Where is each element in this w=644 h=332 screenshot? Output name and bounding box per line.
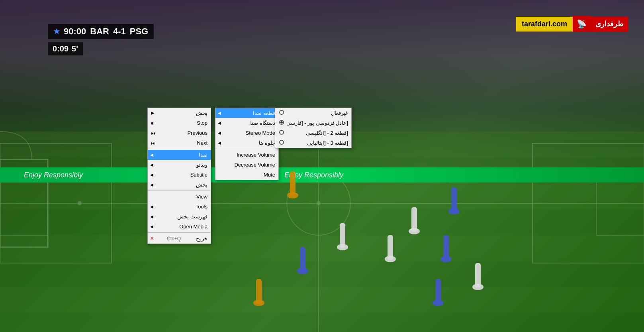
submenu-audio: ◀ قطعه صدا ◀ دستگاه صدا ◀ Stereo Mode ◀ …: [215, 108, 279, 180]
menu-item-playlist[interactable]: ◀ فهرست پخش: [148, 212, 211, 222]
bullet-english: [279, 130, 284, 135]
menu-item-subtitle[interactable]: ◀ Subtitle: [148, 170, 211, 180]
next-icon: ⏭: [151, 141, 155, 145]
italian-bullet: [278, 140, 284, 146]
enjoy-text: Enjoy Responsibly: [24, 171, 83, 179]
logo-broadcast-icon: 📡: [573, 16, 591, 32]
playlist-submenu-arrow: ◀: [150, 214, 153, 219]
enjoy-text-right: Enjoy Responsibly: [284, 171, 343, 179]
audio-track-arrow: ◀: [218, 111, 221, 115]
separator-2: [148, 191, 211, 191]
menu-item-tools[interactable]: ◀ Tools: [148, 202, 211, 212]
tools-label: Tools: [196, 204, 207, 210]
team1: BAR: [90, 26, 109, 37]
subtitle-label: Subtitle: [190, 172, 207, 178]
match-score: 4-1: [113, 26, 126, 37]
menu-item-open-media[interactable]: ◀ Open Media: [148, 222, 211, 232]
increase-vol-label: Increase Volume: [237, 152, 275, 158]
bullet-inactive: [279, 110, 284, 115]
audio-sep: [215, 149, 278, 149]
play-label: پخش: [196, 110, 207, 116]
stream-submenu-arrow: ◀: [150, 183, 153, 187]
menu-item-previous[interactable]: ⏮ Previous: [148, 128, 211, 138]
menu-item-audio[interactable]: ◀ صدا: [148, 150, 211, 160]
track-italian-label: [قطعه 3 - [ایتالیایی: [307, 140, 348, 146]
ucl-icon: ★: [53, 27, 60, 36]
play-icon: ▶: [151, 110, 154, 116]
svg-rect-3: [0, 235, 644, 261]
score-overlay: ★ 90:00 BAR 4-1 PSG 0:09 5': [48, 24, 154, 55]
next-label: Next: [197, 140, 207, 146]
separator-3: [148, 232, 211, 233]
context-menu: ▶ پخش ■ Stop ⏮ Previous ⏭ Next ◀ صدا ◀ و…: [147, 108, 211, 244]
track-item-inactive[interactable]: غیرفعال: [275, 108, 351, 118]
decrease-vol-label: Decrease Volume: [234, 162, 275, 168]
menu-item-stream[interactable]: ◀ پخش: [148, 180, 211, 190]
track-english-label: [قطعه 2 - [انگلیسی: [306, 130, 348, 136]
stereo-mode-label: Stereo Mode: [246, 130, 275, 136]
bullet-italian: [279, 140, 284, 145]
quit-icon: ✕: [150, 236, 154, 241]
menu-item-video[interactable]: ◀ ویدئو: [148, 160, 211, 170]
previous-label: Previous: [187, 130, 207, 136]
stereo-mode-arrow: ◀: [218, 131, 221, 135]
extra-time: 5': [72, 44, 78, 53]
video-label: ویدئو: [196, 162, 207, 168]
submenu-audio-item-effects[interactable]: ◀ جلوه ها: [215, 138, 278, 148]
view-label: View: [196, 194, 207, 200]
sponsor-banner: Enjoy Responsibly Heineken Enjoy Respons…: [0, 167, 644, 183]
submenu-audio-item-track[interactable]: ◀ قطعه صدا: [215, 108, 278, 118]
video-submenu-arrow: ◀: [150, 163, 153, 167]
menu-item-stop[interactable]: ■ Stop: [148, 118, 211, 128]
menu-item-play[interactable]: ▶ پخش: [148, 108, 211, 118]
effects-label: جلوه ها: [259, 140, 275, 146]
stop-icon: ■: [151, 121, 154, 126]
track-farsi-label: [عادل فردوسی پور - [فارسی: [286, 120, 348, 126]
track-item-farsi[interactable]: [عادل فردوسی پور - [فارسی: [275, 118, 351, 128]
bullet-farsi: [279, 120, 284, 125]
audio-submenu-arrow: ◀: [150, 153, 153, 157]
tarafdari-logo: tarafdari.com 📡 طرفداری: [516, 16, 628, 32]
playlist-label: فهرست پخش: [177, 214, 207, 220]
match-time: 90:00: [64, 26, 86, 37]
audio-track-label: قطعه صدا: [253, 110, 275, 116]
logo-fa-text: طرفداری: [591, 16, 628, 31]
farsi-bullet: [278, 120, 284, 126]
track-item-english[interactable]: [قطعه 2 - [انگلیسی: [275, 128, 351, 138]
submenu-audio-item-stereo[interactable]: ◀ Stereo Mode: [215, 128, 278, 138]
svg-point-12: [317, 201, 321, 205]
inactive-bullet: [278, 110, 284, 116]
effects-arrow: ◀: [218, 141, 221, 145]
menu-item-view[interactable]: View: [148, 192, 211, 202]
submenu-audio-track: غیرفعال [عادل فردوسی پور - [فارسی [قطعه …: [275, 108, 352, 148]
submenu-audio-item-increase[interactable]: Increase Volume: [215, 150, 278, 160]
separator-1: [148, 149, 211, 149]
open-media-submenu-arrow: ◀: [150, 224, 153, 229]
audio-label: صدا: [199, 152, 207, 158]
submenu-audio-item-device[interactable]: ◀ دستگاه صدا: [215, 118, 278, 128]
submenu-audio-item-mute[interactable]: Mute: [215, 170, 278, 180]
time-bar: 0:09 5': [48, 42, 83, 55]
svg-rect-4: [0, 287, 644, 313]
submenu-audio-item-decrease[interactable]: Decrease Volume: [215, 160, 278, 170]
audio-device-label: دستگاه صدا: [249, 120, 275, 126]
english-bullet: [278, 130, 284, 136]
team2: PSG: [130, 26, 148, 37]
mute-label: Mute: [264, 172, 275, 178]
subtitle-submenu-arrow: ◀: [150, 173, 153, 177]
audio-device-arrow: ◀: [218, 121, 221, 125]
track-inactive-label: غیرفعال: [331, 110, 348, 116]
tools-submenu-arrow: ◀: [150, 204, 153, 209]
logo-tarafdari-com: tarafdari.com: [516, 17, 573, 31]
svg-rect-2: [0, 183, 644, 209]
menu-item-quit[interactable]: ✕ خروج Ctrl+Q: [148, 234, 211, 244]
stream-label: پخش: [196, 182, 207, 188]
quit-shortcut: Ctrl+Q: [167, 236, 181, 242]
open-media-label: Open Media: [179, 224, 207, 230]
previous-icon: ⏮: [151, 131, 155, 136]
menu-item-next[interactable]: ⏭ Next: [148, 138, 211, 148]
track-item-italian[interactable]: [قطعه 3 - [ایتالیایی: [275, 138, 351, 148]
score-bar: ★ 90:00 BAR 4-1 PSG: [48, 24, 154, 39]
elapsed-time: 0:09: [53, 44, 69, 53]
svg-point-10: [78, 201, 82, 205]
